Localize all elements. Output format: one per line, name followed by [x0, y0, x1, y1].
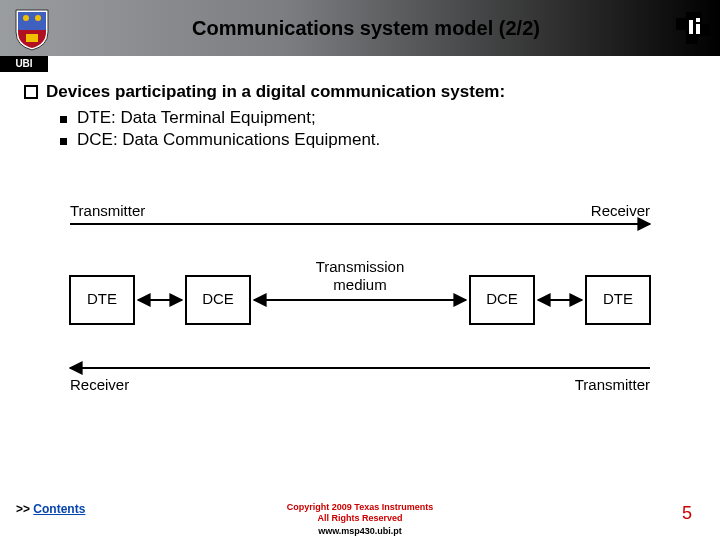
box-label: DTE: [603, 290, 633, 307]
slide-header: Communications system model (2/2): [0, 0, 720, 56]
svg-point-0: [23, 15, 29, 21]
slide: Communications system model (2/2) UBI De…: [0, 0, 720, 540]
square-bullet-icon: [24, 85, 38, 99]
ubi-label: UBI: [0, 56, 48, 72]
svg-rect-2: [26, 34, 38, 42]
filled-square-bullet-icon: [60, 138, 67, 145]
svg-rect-3: [689, 20, 693, 34]
svg-rect-4: [696, 18, 700, 22]
box-label: DCE: [486, 290, 518, 307]
top-right-label: Receiver: [591, 202, 650, 219]
bullet-level-2: DCE: Data Communications Equipment.: [60, 130, 696, 150]
copyright-line-1: Copyright 2009 Texas Instruments: [200, 502, 520, 513]
ti-logo-icon: [672, 6, 714, 48]
medium-label-1: Transmission: [316, 258, 405, 275]
bullet-level-2: DTE: Data Terminal Equipment;: [60, 108, 696, 128]
page-number: 5: [682, 503, 692, 524]
bullet-text: DTE: Data Terminal Equipment;: [77, 108, 316, 128]
bullet-text: DCE: Data Communications Equipment.: [77, 130, 380, 150]
bottom-left-label: Receiver: [70, 376, 129, 393]
slide-title: Communications system model (2/2): [62, 17, 720, 40]
svg-rect-5: [696, 24, 700, 34]
copyright-line-2: All Rights Reserved: [200, 513, 520, 524]
communication-diagram: DTE DCE DCE DTE Transmission medium Tran…: [40, 200, 680, 400]
slide-footer: >> Contents Copyright 2009 Texas Instrum…: [0, 488, 720, 540]
filled-square-bullet-icon: [60, 116, 67, 123]
footer-center: Copyright 2009 Texas Instruments All Rig…: [200, 502, 520, 536]
contents-link[interactable]: >> Contents: [16, 502, 85, 516]
content-area: Devices participating in a digital commu…: [24, 82, 696, 152]
ubi-crest-logo: [6, 2, 58, 54]
svg-point-1: [35, 15, 41, 21]
top-left-label: Transmitter: [70, 202, 145, 219]
footer-url: www.msp430.ubi.pt: [200, 526, 520, 536]
bottom-right-label: Transmitter: [575, 376, 650, 393]
box-label: DCE: [202, 290, 234, 307]
bullet-level-1: Devices participating in a digital commu…: [24, 82, 696, 102]
box-label: DTE: [87, 290, 117, 307]
bullet-text: Devices participating in a digital commu…: [46, 82, 505, 102]
contents-label: Contents: [33, 502, 85, 516]
medium-label-2: medium: [333, 276, 386, 293]
contents-prefix: >>: [16, 502, 33, 516]
